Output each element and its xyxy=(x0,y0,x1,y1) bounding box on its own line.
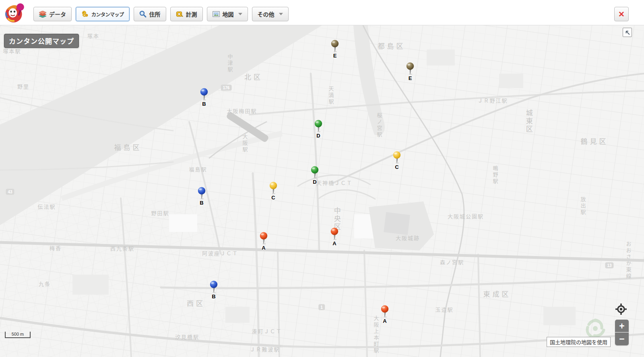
address-button-label: 住所 xyxy=(149,10,161,18)
other-button-label: その他 xyxy=(258,10,275,18)
map-pin-b[interactable]: B xyxy=(196,187,207,205)
toolbar-buttons: データ カンタンマップ 住所 xyxy=(33,7,289,21)
map-pin-a[interactable]: A xyxy=(258,232,269,250)
close-icon: ✕ xyxy=(618,10,625,18)
map-pin-a[interactable]: A xyxy=(380,305,390,324)
pin-label: B xyxy=(212,294,215,299)
map-pin-a[interactable]: A xyxy=(329,227,340,246)
map-pin-b[interactable]: B xyxy=(208,280,219,299)
chevron-down-icon xyxy=(279,13,283,15)
pin-label: C xyxy=(271,195,275,200)
pin-label: A xyxy=(262,245,265,250)
search-icon xyxy=(139,10,147,18)
map-viewport[interactable]: 塚本塚本駅野里中津駅北区都島区大阪梅田駅天満駅桜ノ宮駅ＪＲ野江駅城東区鶴見区福島… xyxy=(0,25,644,357)
layers-icon xyxy=(39,10,46,18)
map-base-tiles xyxy=(0,25,644,357)
map-pin-c[interactable]: C xyxy=(268,181,279,200)
map-pin-e[interactable]: E xyxy=(405,62,415,81)
close-button[interactable]: ✕ xyxy=(614,7,629,21)
map-pin-d[interactable]: D xyxy=(313,119,324,138)
scale-bar: 500 m xyxy=(5,332,31,338)
toolbar: データ カンタンマップ 住所 xyxy=(0,0,644,25)
pin-label: D xyxy=(316,133,320,138)
pin-label: E xyxy=(333,53,337,58)
zoom-in-button[interactable]: + xyxy=(615,320,629,332)
pin-label: B xyxy=(200,200,203,205)
kantan-map-button[interactable]: カンタンマップ xyxy=(76,7,130,21)
data-button[interactable]: データ xyxy=(33,7,72,21)
map-pin-c[interactable]: C xyxy=(392,151,402,170)
kantan-map-button-label: カンタンマップ xyxy=(91,11,124,18)
kantan-mascot-icon xyxy=(81,10,89,18)
attribution[interactable]: 国土地理院の地図を使用 xyxy=(547,337,611,347)
pin-label: A xyxy=(332,241,336,246)
address-button[interactable]: 住所 xyxy=(134,7,166,21)
chevron-down-icon xyxy=(238,13,242,15)
pin-label: C xyxy=(395,164,398,170)
pin-label: E xyxy=(409,76,412,81)
locate-icon[interactable] xyxy=(615,303,627,315)
measure-tape-icon xyxy=(176,10,183,18)
expand-icon[interactable] xyxy=(623,28,632,37)
basemap-button[interactable]: 地図 xyxy=(207,7,248,21)
pin-label: A xyxy=(383,318,386,324)
zoom-out-button[interactable]: − xyxy=(615,332,629,345)
app-logo[interactable] xyxy=(3,1,27,25)
mascot-logo-icon xyxy=(3,1,27,25)
map-title-badge: カンタン公開マップ xyxy=(4,34,79,48)
zoom-control: + − xyxy=(615,320,629,345)
basemap-button-label: 地図 xyxy=(223,10,234,18)
scale-label: 500 m xyxy=(12,332,24,337)
pin-label: D xyxy=(313,179,316,185)
map-pin-d[interactable]: D xyxy=(310,166,320,185)
measure-button-label: 計測 xyxy=(186,10,197,18)
measure-button[interactable]: 計測 xyxy=(170,7,203,21)
other-button[interactable]: その他 xyxy=(252,7,289,21)
map-pin-b[interactable]: B xyxy=(199,88,209,107)
data-button-label: データ xyxy=(49,10,66,18)
map-pin-e[interactable]: E xyxy=(330,39,340,58)
map-image-icon xyxy=(213,10,220,18)
pin-label: B xyxy=(202,101,206,107)
